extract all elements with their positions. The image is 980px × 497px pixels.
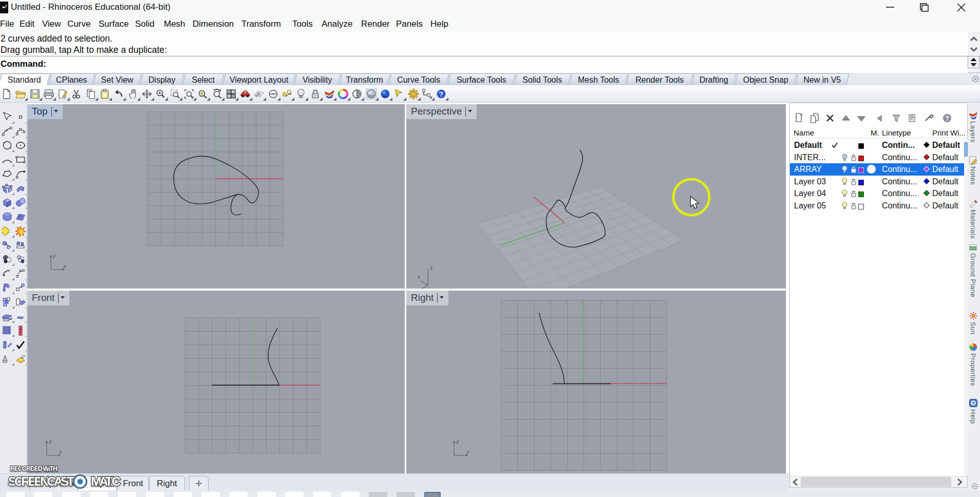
svg-text:x: x: [63, 263, 66, 269]
svg-text:y: y: [52, 253, 56, 259]
svg-text:z: z: [48, 438, 52, 445]
svg-text:?: ?: [945, 115, 949, 122]
svg-text:z: z: [456, 438, 459, 445]
svg-text:x: x: [417, 274, 421, 280]
svg-text:x: x: [59, 449, 62, 455]
svg-text:MATIC: MATIC: [91, 474, 121, 488]
svg-text:SCREENCAST: SCREENCAST: [8, 474, 74, 488]
svg-text:RECORDED WITH: RECORDED WITH: [10, 465, 58, 472]
svg-text:y: y: [466, 449, 470, 455]
svg-text:?: ?: [972, 401, 975, 406]
svg-text:z: z: [429, 264, 433, 271]
